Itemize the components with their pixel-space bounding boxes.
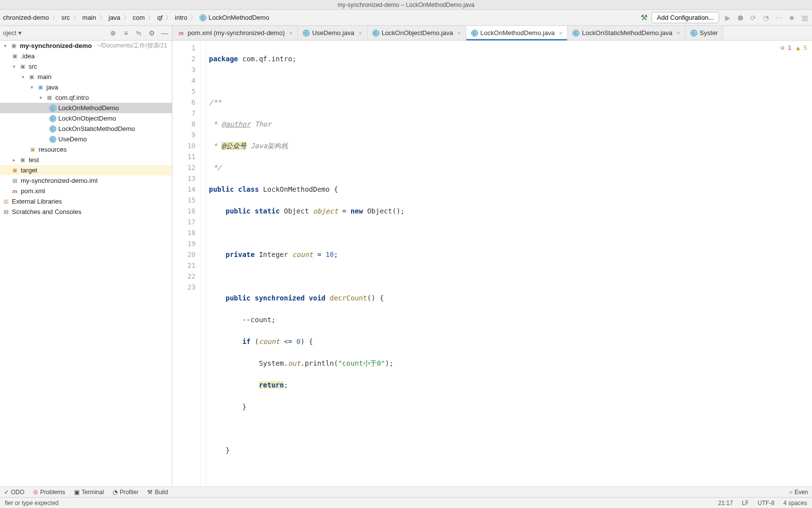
- profile-icon[interactable]: ◔: [762, 14, 771, 22]
- project-tree[interactable]: ▾▣my-synchronized-demo~/Documents/工作/授课/…: [0, 41, 172, 486]
- class-icon: C: [303, 30, 310, 37]
- tab-lockonobject[interactable]: CLockOnObjectDemo.java×: [367, 26, 466, 40]
- indent-info[interactable]: 4 spaces: [783, 500, 807, 507]
- close-icon[interactable]: ×: [457, 30, 460, 36]
- folder-icon: ▣: [11, 52, 19, 60]
- class-icon: C: [690, 30, 697, 37]
- tree-row-selected[interactable]: CLockOnMethodDemo: [0, 103, 172, 113]
- folder-icon: ▣: [19, 156, 27, 164]
- close-icon[interactable]: ×: [289, 30, 292, 36]
- tree-row[interactable]: ▾▣java: [0, 82, 172, 92]
- tree-row[interactable]: CUseDemo: [0, 134, 172, 144]
- tree-row[interactable]: mpom.xml: [0, 186, 172, 196]
- window-title: my-synchronized-demo – LockOnMethodDemo.…: [0, 0, 812, 10]
- collapse-all-icon[interactable]: ≒: [134, 29, 143, 37]
- build-tool[interactable]: ⚒ Build: [147, 489, 168, 496]
- class-icon: C: [372, 30, 379, 37]
- todo-tool[interactable]: ✓ ODO: [4, 489, 24, 496]
- editor-tabs: mpom.xml (my-synchronized-demo)× CUseDem…: [172, 26, 812, 41]
- attach-icon[interactable]: ⋯: [774, 14, 783, 22]
- run-icon[interactable]: ▶: [723, 14, 732, 22]
- tree-row[interactable]: ▥External Libraries: [0, 196, 172, 207]
- tree-row[interactable]: ▸▣test: [0, 155, 172, 165]
- close-icon[interactable]: ×: [359, 30, 362, 36]
- close-icon[interactable]: ×: [677, 30, 680, 36]
- profiler-tool[interactable]: ◔ Profiler: [113, 489, 138, 496]
- package-icon: ▦: [45, 94, 53, 102]
- class-icon: C: [200, 14, 206, 21]
- resources-folder-icon: ▣: [29, 146, 37, 154]
- code-editor[interactable]: 1234567891011121314151617181920212223 pa…: [172, 41, 812, 486]
- locate-icon[interactable]: ⊕: [109, 29, 118, 37]
- inspection-widget[interactable]: ⊝ 1 ▲ 5: [781, 42, 807, 53]
- maven-icon: m: [11, 187, 19, 195]
- src-folder-icon: ▣: [37, 84, 44, 91]
- class-icon: C: [49, 115, 56, 122]
- expand-all-icon[interactable]: ≡: [122, 29, 130, 37]
- file-encoding[interactable]: UTF-8: [758, 500, 774, 507]
- tree-row[interactable]: ▤my-synchronized-demo.iml: [0, 175, 172, 186]
- line-separator[interactable]: LF: [742, 500, 749, 507]
- hide-icon[interactable]: —: [160, 29, 169, 37]
- tree-row-project[interactable]: ▾▣my-synchronized-demo~/Documents/工作/授课/…: [0, 41, 172, 51]
- folder-icon: ▣: [19, 63, 27, 71]
- project-tool-window: oject ▾ ⊕ ≡ ≒ ⚙ — ▾▣my-synchronized-demo…: [0, 26, 172, 486]
- caret-position[interactable]: 21:17: [718, 500, 733, 507]
- class-icon: C: [49, 126, 56, 132]
- close-icon[interactable]: ×: [559, 30, 562, 36]
- class-icon: C: [471, 30, 478, 37]
- libraries-icon: ▥: [2, 198, 10, 206]
- crumb[interactable]: CLockOnMethodDemo: [200, 14, 269, 21]
- crumb[interactable]: src〉: [61, 13, 80, 22]
- project-icon: ▣: [10, 42, 18, 50]
- tab-usedemo[interactable]: CUseDemo.java×: [298, 26, 367, 40]
- class-icon: C: [572, 30, 579, 37]
- target-folder-icon: ▣: [11, 167, 19, 174]
- build-icon[interactable]: ⚒: [641, 13, 648, 22]
- tree-row[interactable]: ▣target: [0, 165, 172, 175]
- tab-pom[interactable]: mpom.xml (my-synchronized-demo)×: [172, 26, 298, 40]
- crumb[interactable]: qf〉: [157, 13, 173, 22]
- maven-icon: m: [177, 29, 185, 37]
- folder-icon: ▣: [28, 73, 36, 81]
- terminal-tool[interactable]: ▣ Terminal: [74, 489, 104, 496]
- crumb[interactable]: intro〉: [175, 13, 198, 22]
- iml-icon: ▤: [11, 177, 19, 185]
- tab-lockonstatic[interactable]: CLockOnStaticMethodDemo.java×: [568, 26, 685, 40]
- tree-row[interactable]: ▾▦com.qf.intro: [0, 92, 172, 103]
- status-message: fier or type expected: [5, 500, 59, 507]
- tree-row[interactable]: ▾▣main: [0, 72, 172, 82]
- tree-row[interactable]: ▤Scratches and Consoles: [0, 207, 172, 217]
- nav-toolbar: chronized-demo〉 src〉 main〉 java〉 com〉 qf…: [0, 10, 812, 26]
- gutter: 1234567891011121314151617181920212223: [172, 41, 201, 486]
- project-view-selector[interactable]: oject ▾: [3, 29, 105, 37]
- code-content[interactable]: package com.qf.intro; /** * @author Thor…: [206, 41, 812, 486]
- error-stripe: [201, 41, 206, 486]
- event-log-tool[interactable]: ○ Even: [789, 489, 808, 496]
- coverage-icon[interactable]: ⟳: [749, 14, 758, 22]
- crumb[interactable]: java〉: [109, 13, 131, 22]
- add-config-button[interactable]: Add Configuration...: [651, 12, 719, 23]
- warning-badge: ▲ 5: [796, 42, 807, 53]
- debug-icon[interactable]: ⬢: [736, 14, 745, 22]
- class-icon: C: [49, 136, 56, 143]
- breadcrumb: chronized-demo〉 src〉 main〉 java〉 com〉 qf…: [3, 13, 641, 22]
- tree-row[interactable]: ▾▣src: [0, 61, 172, 72]
- tree-row[interactable]: CLockOnStaticMethodDemo: [0, 124, 172, 134]
- stop-icon[interactable]: ■: [787, 14, 796, 22]
- crumb[interactable]: chronized-demo〉: [3, 13, 59, 22]
- error-badge: ⊝ 1: [781, 42, 792, 53]
- tree-row[interactable]: ▣.idea: [0, 51, 172, 61]
- bottom-tool-windows: ✓ ODO ⊝ Problems ▣ Terminal ◔ Profiler ⚒…: [0, 486, 812, 497]
- status-bar: fier or type expected 21:17 LF UTF-8 4 s…: [0, 497, 812, 508]
- tab-system[interactable]: CSyster: [686, 26, 724, 40]
- tree-row[interactable]: ▣resources: [0, 144, 172, 155]
- tab-lockonmethod[interactable]: CLockOnMethodDemo.java×: [466, 26, 568, 40]
- problems-tool[interactable]: ⊝ Problems: [33, 489, 65, 496]
- settings-icon[interactable]: ⚙: [147, 29, 156, 37]
- crumb[interactable]: com〉: [133, 13, 156, 22]
- layout-icon[interactable]: ▥: [800, 14, 809, 22]
- scratches-icon: ▤: [2, 208, 10, 216]
- crumb[interactable]: main〉: [82, 13, 107, 22]
- tree-row[interactable]: CLockOnObjectDemo: [0, 113, 172, 124]
